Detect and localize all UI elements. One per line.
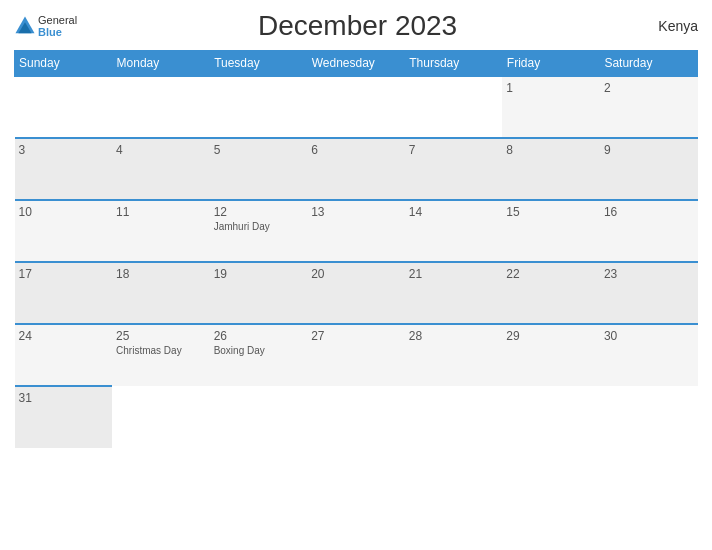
calendar-cell: 12Jamhuri Day [210, 200, 308, 262]
col-thursday: Thursday [405, 51, 503, 77]
col-sunday: Sunday [15, 51, 113, 77]
holiday-label: Boxing Day [214, 345, 304, 356]
day-number: 7 [409, 143, 499, 157]
country-label: Kenya [638, 18, 698, 34]
day-number: 28 [409, 329, 499, 343]
calendar-cell: 1 [502, 76, 600, 138]
calendar-cell: 23 [600, 262, 698, 324]
calendar-cell: 5 [210, 138, 308, 200]
col-monday: Monday [112, 51, 210, 77]
day-number: 8 [506, 143, 596, 157]
day-number: 12 [214, 205, 304, 219]
calendar-cell [210, 386, 308, 448]
day-number: 20 [311, 267, 401, 281]
day-number: 9 [604, 143, 694, 157]
day-number: 13 [311, 205, 401, 219]
day-number: 11 [116, 205, 206, 219]
calendar-title: December 2023 [77, 10, 638, 42]
calendar-cell: 28 [405, 324, 503, 386]
calendar-cell [112, 386, 210, 448]
holiday-label: Jamhuri Day [214, 221, 304, 232]
calendar-cell: 3 [15, 138, 113, 200]
day-number: 19 [214, 267, 304, 281]
col-saturday: Saturday [600, 51, 698, 77]
day-number: 10 [19, 205, 109, 219]
calendar-cell: 30 [600, 324, 698, 386]
calendar-body: 123456789101112Jamhuri Day13141516171819… [15, 76, 698, 448]
col-wednesday: Wednesday [307, 51, 405, 77]
day-number: 26 [214, 329, 304, 343]
day-number: 21 [409, 267, 499, 281]
calendar-cell [502, 386, 600, 448]
calendar-header: General Blue December 2023 Kenya [14, 10, 698, 42]
calendar-cell [307, 76, 405, 138]
calendar-cell: 29 [502, 324, 600, 386]
calendar-cell: 14 [405, 200, 503, 262]
calendar-table: Sunday Monday Tuesday Wednesday Thursday… [14, 50, 698, 448]
calendar-cell: 27 [307, 324, 405, 386]
calendar-wrapper: General Blue December 2023 Kenya Sunday … [0, 0, 712, 550]
calendar-cell: 11 [112, 200, 210, 262]
calendar-cell: 2 [600, 76, 698, 138]
calendar-cell: 26Boxing Day [210, 324, 308, 386]
day-number: 6 [311, 143, 401, 157]
day-number: 22 [506, 267, 596, 281]
logo-general-text: General [38, 14, 77, 26]
day-number: 2 [604, 81, 694, 95]
day-number: 3 [19, 143, 109, 157]
calendar-cell: 9 [600, 138, 698, 200]
day-number: 18 [116, 267, 206, 281]
day-number: 29 [506, 329, 596, 343]
logo-blue-text: Blue [38, 26, 77, 38]
calendar-cell: 22 [502, 262, 600, 324]
calendar-cell: 13 [307, 200, 405, 262]
holiday-label: Christmas Day [116, 345, 206, 356]
day-number: 1 [506, 81, 596, 95]
day-number: 5 [214, 143, 304, 157]
day-number: 14 [409, 205, 499, 219]
calendar-cell: 21 [405, 262, 503, 324]
col-tuesday: Tuesday [210, 51, 308, 77]
calendar-cell [112, 76, 210, 138]
day-number: 4 [116, 143, 206, 157]
day-number: 25 [116, 329, 206, 343]
calendar-cell: 8 [502, 138, 600, 200]
day-number: 17 [19, 267, 109, 281]
day-number: 24 [19, 329, 109, 343]
col-friday: Friday [502, 51, 600, 77]
calendar-cell: 10 [15, 200, 113, 262]
calendar-cell: 19 [210, 262, 308, 324]
calendar-cell: 17 [15, 262, 113, 324]
calendar-cell: 6 [307, 138, 405, 200]
day-number: 30 [604, 329, 694, 343]
logo-icon [14, 15, 36, 37]
calendar-cell: 7 [405, 138, 503, 200]
day-number: 16 [604, 205, 694, 219]
calendar-cell: 24 [15, 324, 113, 386]
calendar-header-row: Sunday Monday Tuesday Wednesday Thursday… [15, 51, 698, 77]
calendar-cell: 18 [112, 262, 210, 324]
logo: General Blue [14, 14, 77, 38]
calendar-cell [210, 76, 308, 138]
calendar-cell: 16 [600, 200, 698, 262]
calendar-cell: 20 [307, 262, 405, 324]
calendar-cell [15, 76, 113, 138]
day-number: 15 [506, 205, 596, 219]
calendar-cell [405, 76, 503, 138]
calendar-cell: 25Christmas Day [112, 324, 210, 386]
calendar-cell [405, 386, 503, 448]
day-number: 23 [604, 267, 694, 281]
logo-text: General Blue [38, 14, 77, 38]
calendar-cell [600, 386, 698, 448]
calendar-cell: 15 [502, 200, 600, 262]
calendar-cell [307, 386, 405, 448]
calendar-cell: 31 [15, 386, 113, 448]
day-number: 27 [311, 329, 401, 343]
calendar-cell: 4 [112, 138, 210, 200]
day-number: 31 [19, 391, 109, 405]
